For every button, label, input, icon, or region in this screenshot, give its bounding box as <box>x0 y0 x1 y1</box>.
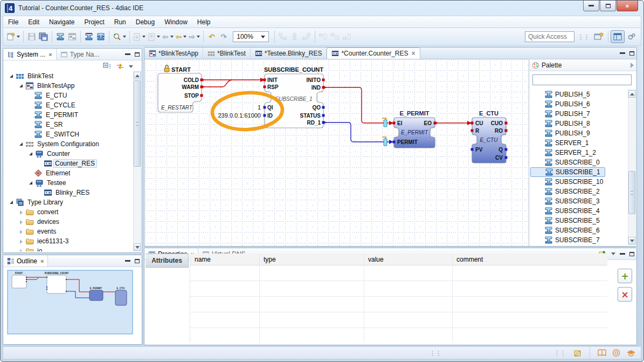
menu-navigate[interactable]: Navigate <box>44 17 79 28</box>
palette-item[interactable]: SUBSCRIBE_5 <box>530 216 627 226</box>
layout-left-button[interactable] <box>277 30 289 43</box>
system-perspective-button[interactable] <box>611 30 625 43</box>
deployment-perspective-button[interactable] <box>625 30 639 43</box>
search-button[interactable] <box>112 30 127 43</box>
statusbar-drag-handle[interactable]: ⋮⋮ <box>553 349 565 357</box>
palette-item[interactable]: SUBSCRIBE_10 <box>530 177 627 187</box>
value-qi[interactable]: 1 <box>258 104 261 111</box>
tree-item-e-cycle[interactable]: E_CYCLE <box>4 100 133 110</box>
open-perspective-button[interactable] <box>592 30 606 43</box>
tree-item-convert[interactable]: convert <box>4 207 133 217</box>
close-icon[interactable]: × <box>412 50 416 57</box>
palette-item[interactable]: PUBLISH_6 <box>530 99 627 109</box>
tree-item-devices[interactable]: devices <box>4 217 133 227</box>
link-with-editor-icon[interactable] <box>116 63 124 70</box>
palette-item[interactable]: SUBSCRIBE_0 <box>530 158 627 167</box>
tree-item-blinktestapp[interactable]: BlinkTestApp <box>4 81 133 91</box>
menu-debug[interactable]: Debug <box>131 17 160 28</box>
view-menu-icon[interactable] <box>129 65 133 68</box>
layout-center-button[interactable] <box>289 30 301 43</box>
maximize-view-icon[interactable] <box>135 52 140 57</box>
collapse-all-icon[interactable] <box>103 63 112 70</box>
minimize-view-icon[interactable] <box>620 253 625 255</box>
maximize-view-icon[interactable] <box>135 259 140 263</box>
tree-item-events[interactable]: events <box>4 227 133 236</box>
table-row[interactable] <box>190 297 607 312</box>
align-bottom-button[interactable] <box>341 30 353 43</box>
palette-search-input[interactable] <box>532 74 632 85</box>
explorer-scrollbar[interactable] <box>133 71 141 251</box>
whats-new-icon[interactable] <box>573 349 583 357</box>
redo-button[interactable]: ↷ <box>218 30 230 43</box>
statusbar-drag-handle[interactable]: ⋮⋮ <box>429 349 441 357</box>
layout-right-button[interactable] <box>301 30 313 43</box>
tree-item-counter[interactable]: Counter <box>4 149 133 159</box>
add-attribute-button[interactable]: + <box>618 269 632 283</box>
back-button[interactable]: ⇦ <box>175 30 188 43</box>
palette-item[interactable]: SERVER_1 <box>530 138 627 148</box>
tab-testee-blinky-res[interactable]: *Testee.Blinky_RES <box>251 47 327 59</box>
adapter-type-button[interactable] <box>95 30 107 43</box>
menu-project[interactable]: Project <box>79 17 109 28</box>
tree-item-counter-res[interactable]: Counter_RES <box>4 159 133 168</box>
value-id[interactable]: 239.0.0.1:61000 <box>218 112 261 119</box>
tutorial-cap-icon[interactable] <box>626 349 636 357</box>
tab-system-explorer[interactable]: System ... × <box>3 49 57 60</box>
restore-button[interactable] <box>600 1 616 11</box>
new-wizard-button[interactable] <box>5 30 21 43</box>
tree-item-e-switch[interactable]: E_SWITCH <box>4 129 133 139</box>
tree-item-e-sr[interactable]: E_SR <box>4 120 133 129</box>
expand-arrow-icon[interactable] <box>28 180 34 186</box>
maximize-view-icon[interactable] <box>629 252 634 256</box>
outline-minimap[interactable]: START SUBSCRIBE_COUNT E_PERMIT E_CTU <box>3 267 142 344</box>
palette-item[interactable]: PUBLISH_9 <box>530 128 627 138</box>
back-history-button[interactable]: ⇦ <box>161 30 175 43</box>
tab-blinktestapp[interactable]: *BlinkTestApp <box>144 47 203 59</box>
minimize-button[interactable] <box>583 1 599 11</box>
community-icon[interactable] <box>612 349 621 357</box>
table-row[interactable] <box>190 312 607 328</box>
collapse-arrow-icon[interactable] <box>18 238 24 244</box>
palette-item[interactable]: SUBSCRIBE_4 <box>530 206 627 216</box>
save-button[interactable] <box>26 30 38 43</box>
palette-scrollbar[interactable] <box>628 90 636 245</box>
minimize-view-icon[interactable] <box>125 53 130 55</box>
table-row[interactable] <box>190 265 607 281</box>
expand-arrow-icon[interactable] <box>9 200 15 206</box>
collapse-arrow-icon[interactable] <box>18 209 24 215</box>
view-menu-icon[interactable] <box>611 252 615 255</box>
palette-item[interactable]: SUBSCRIBE_3 <box>530 196 627 206</box>
fb-network-canvas[interactable]: START COLD WARM STOP E_RESTART SUBSCRIBE… <box>145 59 529 246</box>
undo-button[interactable]: ↶ <box>206 30 218 43</box>
palette-item-selected[interactable]: SUBSCRIBE_1 <box>530 167 605 177</box>
toolbar-drag-handle[interactable]: ⋮⋮ <box>577 33 589 41</box>
tree-item-iec61131[interactable]: iec61131-3 <box>4 236 133 246</box>
palette-item[interactable]: SERVER_1_2 <box>530 148 627 158</box>
palette-item[interactable]: SUBSCRIBE_6 <box>530 226 627 235</box>
zoom-level-combo[interactable]: 100% <box>233 31 269 42</box>
minimize-view-icon[interactable] <box>125 260 130 262</box>
tree-item-io[interactable]: io <box>4 246 133 251</box>
close-button[interactable]: × <box>617 1 638 11</box>
expand-arrow-icon[interactable] <box>18 141 24 147</box>
quick-access-input[interactable] <box>525 31 574 42</box>
close-icon[interactable]: × <box>40 258 44 264</box>
last-edit-location-button[interactable] <box>132 30 147 43</box>
expand-arrow-icon[interactable] <box>9 73 15 79</box>
tree-item-blinky-res[interactable]: Blinky_RES <box>4 188 133 197</box>
delete-attribute-button[interactable]: × <box>618 287 632 302</box>
tree-item-e-ctu[interactable]: E_CTU <box>4 91 133 100</box>
forward-button[interactable]: ⇨ <box>188 30 201 43</box>
menu-help[interactable]: Help <box>192 17 216 28</box>
expand-arrow-icon[interactable] <box>28 151 34 157</box>
menu-file[interactable]: File <box>3 17 23 28</box>
tab-blinktest[interactable]: *BlinkTest <box>203 47 251 59</box>
menu-run[interactable]: Run <box>109 17 131 28</box>
collapse-arrow-icon[interactable] <box>18 229 24 235</box>
tree-item-blinktest[interactable]: BlinkTest <box>4 71 133 81</box>
close-icon[interactable]: × <box>49 51 52 58</box>
tree-item-ethernet[interactable]: Ethernet <box>4 168 133 178</box>
collapse-arrow-icon[interactable] <box>18 248 24 252</box>
menu-edit[interactable]: Edit <box>23 17 44 28</box>
tab-outline[interactable]: Outline × <box>3 255 48 267</box>
